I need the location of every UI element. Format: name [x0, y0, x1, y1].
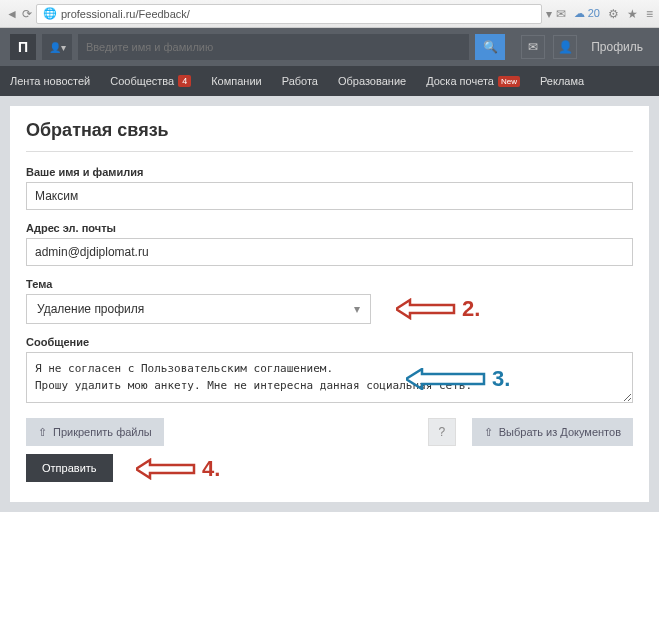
search-button[interactable]: 🔍 [475, 34, 505, 60]
feedback-card: Обратная связь Ваше имя и фамилия Адрес … [10, 106, 649, 502]
url-box[interactable]: 🌐 professionali.ru/Feedback/ [36, 4, 542, 24]
docs-button[interactable]: ⇧ Выбрать из Документов [472, 418, 633, 446]
messages-icon[interactable]: ✉ [521, 35, 545, 59]
name-label: Ваше имя и фамилия [26, 166, 633, 178]
menu-icon[interactable]: ≡ [646, 7, 653, 21]
nav-reload-icon[interactable]: ⟳ [22, 7, 32, 21]
account-icon[interactable]: 👤 [553, 35, 577, 59]
message-label: Сообщение [26, 336, 633, 348]
nav-honor[interactable]: Доска почета New [426, 75, 520, 87]
nav-jobs[interactable]: Работа [282, 75, 318, 87]
cloud-icon[interactable]: ☁ 20 [574, 7, 600, 20]
nav-news[interactable]: Лента новостей [10, 75, 90, 87]
user-menu-button[interactable]: 👤▾ [42, 34, 72, 60]
dropdown-icon[interactable]: ▾ [546, 7, 552, 21]
nav-back-icon[interactable]: ◄ [6, 7, 18, 21]
star-icon[interactable]: ★ [627, 7, 638, 21]
svg-marker-2 [136, 460, 194, 478]
honor-badge: New [498, 76, 520, 87]
topic-label: Тема [26, 278, 633, 290]
site-logo[interactable]: П [10, 34, 36, 60]
annotation-4: 4. [136, 456, 220, 482]
navbar: Лента новостей Сообщества 4 Компании Раб… [0, 66, 659, 96]
puzzle-icon[interactable]: ⚙ [608, 7, 619, 21]
svg-marker-0 [396, 300, 454, 318]
nav-ads[interactable]: Реклама [540, 75, 584, 87]
profile-link[interactable]: Профиль [585, 40, 649, 54]
search-icon: 🔍 [483, 40, 498, 54]
chevron-down-icon: ▾ [354, 302, 360, 316]
nav-education[interactable]: Образование [338, 75, 406, 87]
topic-select[interactable]: Удаление профиля ▾ [26, 294, 371, 324]
footer: Об этом проекте Пресса о нас Поддержка П… [0, 622, 659, 627]
message-textarea[interactable] [26, 352, 633, 403]
communities-badge: 4 [178, 75, 191, 87]
topbar: П 👤▾ 🔍 ✉ 👤 Профиль [0, 28, 659, 66]
submit-button[interactable]: Отправить [26, 454, 113, 482]
page-title: Обратная связь [26, 120, 633, 152]
search-input[interactable] [78, 34, 469, 60]
globe-icon: 🌐 [43, 7, 57, 20]
browser-bar: ◄ ⟳ 🌐 professionali.ru/Feedback/ ▾ ✉ ☁ 2… [0, 0, 659, 28]
content-wrap: Обратная связь Ваше имя и фамилия Адрес … [0, 96, 659, 512]
upload-icon: ⇧ [38, 426, 47, 439]
help-button[interactable]: ? [428, 418, 456, 446]
name-input[interactable] [26, 182, 633, 210]
nav-companies[interactable]: Компании [211, 75, 262, 87]
upload-icon: ⇧ [484, 426, 493, 439]
email-label: Адрес эл. почты [26, 222, 633, 234]
url-text: professionali.ru/Feedback/ [61, 8, 190, 20]
annotation-2: 2. [396, 296, 480, 322]
mail-icon[interactable]: ✉ [556, 7, 566, 21]
attach-button[interactable]: ⇧ Прикрепить файлы [26, 418, 164, 446]
nav-communities[interactable]: Сообщества 4 [110, 75, 191, 87]
email-input[interactable] [26, 238, 633, 266]
topic-value: Удаление профиля [37, 302, 144, 316]
